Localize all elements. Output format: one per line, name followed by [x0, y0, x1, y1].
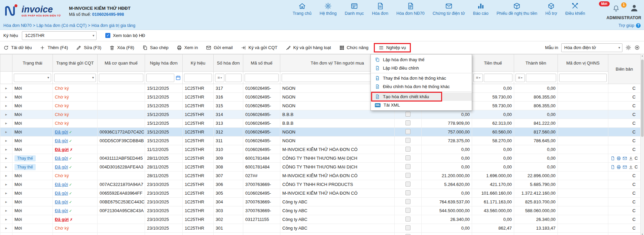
col-header-trang-thai-gui-cqt[interactable]: Trạng thái gửi CQT: [53, 54, 98, 72]
invoice-row[interactable]: ▸MớiĐã gửi✗23/10/20251C25THR302031271115…: [0, 215, 641, 224]
record-label[interactable]: C: [633, 217, 638, 222]
row-checkbox[interactable]: [405, 147, 410, 152]
row-checkbox[interactable]: [405, 120, 410, 125]
sua-button[interactable]: Sửa (F3): [76, 45, 101, 50]
nav-item-danh-muc[interactable]: Danh mục: [345, 2, 364, 16]
cqt-status-sent-link[interactable]: Đã gửi✓: [55, 164, 72, 169]
menu-item-thay-the-hoa-don-he-thong-khac[interactable]: Thay thế hóa đơn hệ thống khác: [371, 74, 472, 82]
invoice-row[interactable]: ▸MớiChờ ký28/11/20251C25THR307027##M-INV…: [0, 171, 641, 180]
cqt-status-sent-link[interactable]: Đã gửi✓: [55, 182, 72, 187]
row-expander[interactable]: ▸: [0, 136, 12, 145]
record-label[interactable]: C: [633, 191, 638, 196]
row-expander[interactable]: ▸: [0, 206, 12, 215]
record-label[interactable]: C: [633, 199, 638, 204]
cqt-status-sent-link[interactable]: Đã gửi✓: [55, 129, 72, 134]
row-expander[interactable]: ▸: [0, 215, 12, 224]
scroll-up-arrow[interactable]: ▲: [641, 55, 644, 57]
row-checkbox[interactable]: [405, 129, 410, 134]
nav-item-ho-tro[interactable]: Hỗ trợ: [545, 2, 557, 16]
filter-input-ma-co-quan-thue[interactable]: [99, 74, 143, 82]
invoice-row[interactable]: ▸MớiĐã gửi✓007AC3221870A94A723/10/20251C…: [0, 180, 641, 189]
nav-item-dieu-khien[interactable]: Điều khiển: [565, 2, 585, 16]
row-action-download-icon[interactable]: [629, 165, 633, 169]
invoice-row[interactable]: ▸MớiĐã gửi✓00DD5C0F39CDBB4B15/12/20251C2…: [0, 136, 641, 145]
target-icon[interactable]: [634, 45, 640, 50]
nav-item-bao-cao[interactable]: Báo cáo: [473, 2, 489, 16]
invoice-row[interactable]: ▸MớiChờ ký23/10/20251C25THR300027##Công …: [0, 233, 641, 235]
nav-item-hoa-don-nd70[interactable]: Hóa đơn NĐ70: [396, 2, 425, 16]
invoice-row[interactable]: ▸MớiChờ ký15/12/20251C25THR3150106026495…: [0, 102, 641, 110]
row-action-email-icon[interactable]: [622, 156, 627, 161]
filter-eq-tien-thue[interactable]: =▾: [473, 74, 483, 82]
them-button[interactable]: Thêm (F4): [40, 45, 68, 50]
cqt-status-failed-link[interactable]: Đã gửi✗: [55, 147, 73, 152]
nav-item-chung-tu-dien-tu[interactable]: Chứng từ điện tử: [433, 2, 465, 16]
row-expander[interactable]: ▸: [0, 154, 12, 163]
menu-item-tao-hoa-don-chiet-khau[interactable]: Tạo hóa đơn chiết khấu: [371, 92, 472, 101]
row-checkbox[interactable]: [405, 217, 410, 222]
row-expander[interactable]: ▸: [0, 189, 12, 198]
record-label[interactable]: C: [633, 138, 638, 143]
record-label[interactable]: C: [633, 94, 638, 100]
filter-input-thanh-tien[interactable]: [526, 74, 556, 82]
row-expander[interactable]: ▸: [0, 171, 12, 180]
xoa-button[interactable]: Xóa (F8): [109, 45, 134, 50]
filter-select-trang-thai[interactable]: ▾: [14, 74, 51, 82]
row-checkbox[interactable]: [405, 164, 410, 169]
row-checkbox[interactable]: [405, 112, 410, 117]
sao-chep-button[interactable]: Sao chép: [142, 45, 169, 50]
breadcrumb-item[interactable]: Hóa đơn NĐ70: [3, 23, 32, 28]
row-expander[interactable]: ▸: [0, 233, 12, 235]
invoice-row[interactable]: ▸MớiChờ ký15/12/20251C25THR3160106026495…: [0, 93, 641, 102]
menu-item-lap-hoa-don-thay-the[interactable]: Lập hóa đơn thay thế: [371, 55, 472, 64]
row-action-file-icon[interactable]: [610, 156, 615, 161]
nav-item-phieu-de-nghi-thu-tien[interactable]: Phiếu đề nghị thu tiền: [497, 2, 537, 16]
xem-in-button[interactable]: Xem in: [177, 45, 198, 50]
record-label[interactable]: C: [635, 164, 640, 169]
row-checkbox[interactable]: [405, 208, 410, 213]
notification-count-badge[interactable]: 1: [621, 2, 627, 8]
filter-input-tien-thue[interactable]: [484, 74, 512, 82]
col-header-ky-hieu[interactable]: Ký hiệu: [183, 54, 214, 72]
cqt-status-sent-link[interactable]: Đã gửi✓: [55, 138, 72, 143]
menu-item-dieu-chinh-hoa-don-he-thong-khac[interactable]: Điều chỉnh hóa đơn hệ thống khác: [371, 82, 472, 91]
nav-item-trang-chu[interactable]: Trang chủ: [293, 2, 312, 16]
breadcrumb-item[interactable]: Lập hóa đơn (Có mã CQT): [36, 23, 86, 28]
record-label[interactable]: C: [633, 226, 638, 231]
invoice-row[interactable]: ▸MớiĐã gửi✓00936C1772AD7C42C15/12/20251C…: [0, 128, 641, 136]
filter-input-ma-don-vi-qhns[interactable]: [559, 74, 607, 82]
ky-va-gui-hang-loat-button[interactable]: Ký và gửi hàng loạt: [286, 45, 331, 50]
nghiep-vu-button[interactable]: Nghiệp vụ: [379, 45, 406, 50]
row-checkbox[interactable]: [405, 225, 410, 230]
invoice-row[interactable]: ▸Thay thếĐã gửi✓004D3016228AFE4A328/11/2…: [0, 163, 641, 171]
cqt-status-sent-link[interactable]: Đã gửi✓: [55, 208, 72, 213]
col-header-ma-so-thue[interactable]: Mã số thuế: [243, 54, 280, 72]
row-checkbox[interactable]: [405, 234, 410, 235]
row-expander[interactable]: ▸: [0, 102, 12, 110]
record-label[interactable]: C: [633, 147, 638, 152]
cqt-status-sent-link[interactable]: Đã gửi✓: [55, 191, 72, 196]
invoice-row[interactable]: ▸MớiĐã gửi✓00F21304A95C8C43A23/10/20251C…: [0, 206, 641, 215]
cqt-status-sent-link[interactable]: Đã gửi✓: [55, 199, 72, 204]
user-avatar-icon[interactable]: [630, 4, 639, 12]
row-checkbox[interactable]: [405, 190, 410, 195]
row-expander[interactable]: ▸: [0, 93, 12, 102]
record-label[interactable]: C: [633, 129, 638, 134]
row-action-download-icon[interactable]: [629, 156, 633, 161]
row-expander[interactable]: ▸: [0, 224, 12, 233]
row-expander[interactable]: ▸: [0, 119, 12, 128]
cqt-status-sent-link[interactable]: Đã gửi✓: [55, 156, 72, 161]
col-header-ma-don-vi-qhns[interactable]: Mã đơn vị QHNS: [558, 54, 608, 72]
menu-item-tai-xml[interactable]: XMLTải XML: [371, 101, 472, 109]
filter-input-ma-so-thue[interactable]: [245, 74, 279, 82]
row-checkbox[interactable]: [405, 138, 410, 143]
row-checkbox[interactable]: [405, 182, 410, 187]
nav-item-hoa-don[interactable]: Hóa đơn: [372, 2, 388, 16]
mau-in-select[interactable]: Hóa đơn điện tử ▾: [561, 43, 622, 52]
row-expander[interactable]: ▸: [0, 84, 12, 93]
ky-va-gui-cqt-button[interactable]: Ký và gửi CQT: [241, 45, 278, 50]
record-label[interactable]: C: [633, 112, 638, 117]
record-label[interactable]: C: [633, 208, 638, 213]
row-expander[interactable]: ▸: [0, 128, 12, 136]
col-header-ma-co-quan-thue[interactable]: Mã cơ quan thuế: [98, 54, 145, 72]
